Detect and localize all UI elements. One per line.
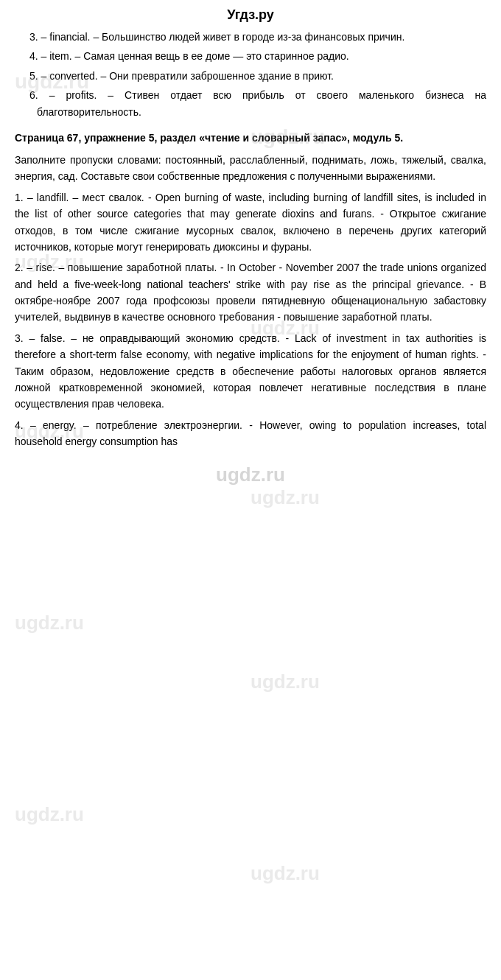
footer-watermark: ugdz.ru xyxy=(216,463,285,486)
list-item-3: 3. – false. – не оправдывающий экономию … xyxy=(15,330,486,413)
site-title: Угдз.ру xyxy=(15,7,486,23)
item-4-num: 4. xyxy=(29,50,38,62)
item-5-num: 5. xyxy=(29,70,38,82)
page-container: Угдз.ру 3. – financial. – Большинство лю… xyxy=(0,0,501,501)
list-item-4: 4. – energy. – потребление электроэнерги… xyxy=(15,417,486,450)
item-3-text: – financial. – Большинство людей живет в… xyxy=(41,31,405,43)
list-item-1-text: – landfill. – мест свалок. - Open burnin… xyxy=(15,192,486,253)
list-item-2-num: 2. xyxy=(15,262,24,273)
item-3-num: 3. xyxy=(29,31,38,43)
item-6-num: 6. xyxy=(29,89,38,101)
watermark-9: ugdz.ru xyxy=(15,803,84,826)
intro-text: Заполните пропуски словами: постоянный, … xyxy=(15,152,486,185)
item-6: 6. – profits. – Стивен отдает всю прибыл… xyxy=(29,87,486,120)
list-item-4-num: 4. xyxy=(15,419,24,431)
list-item-1-num: 1. xyxy=(15,192,24,203)
list-item-1: 1. – landfill. – мест свалок. - Open bur… xyxy=(15,189,486,256)
list-item-4-text: – energy. – потребление электроэнергии. … xyxy=(15,419,486,447)
item-6-text: – profits. – Стивен отдает всю прибыль о… xyxy=(37,89,486,117)
item-5: 5. – converted. – Они превратили заброше… xyxy=(29,68,486,84)
watermark-6: ugdz.ru xyxy=(251,486,320,509)
list-item-2-text: – rise. – повышение заработной платы. - … xyxy=(15,262,486,323)
list-item-3-text: – false. – не оправдывающий экономию сре… xyxy=(15,332,486,410)
list-item-3-num: 3. xyxy=(15,332,24,344)
section-header: Страница 67, упражнение 5, раздел «чтени… xyxy=(15,130,486,146)
item-4: 4. – item. – Самая ценная вещь в ее доме… xyxy=(29,48,486,64)
top-items: 3. – financial. – Большинство людей живе… xyxy=(15,29,486,120)
footer-watermark-container: ugdz.ru xyxy=(15,463,486,486)
item-3: 3. – financial. – Большинство людей живе… xyxy=(29,29,486,45)
item-4-text: – item. – Самая ценная вещь в ее доме — … xyxy=(41,50,349,62)
list-item-2: 2. – rise. – повышение заработной платы.… xyxy=(15,259,486,326)
watermark-7: ugdz.ru xyxy=(15,612,84,634)
watermark-10: ugdz.ru xyxy=(251,862,320,885)
item-5-text: – converted. – Они превратили заброшенно… xyxy=(41,70,334,82)
watermark-8: ugdz.ru xyxy=(251,671,320,693)
